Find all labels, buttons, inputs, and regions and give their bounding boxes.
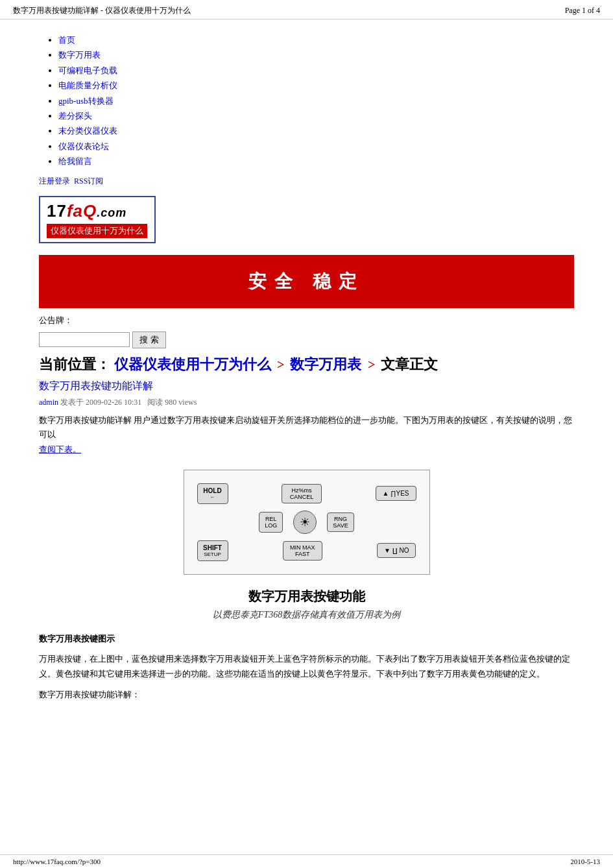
- breadcrumb-link-dmm[interactable]: 数字万用表: [290, 356, 361, 372]
- nav-item-dmm[interactable]: 数字万用表: [58, 47, 574, 62]
- banner-text: 安全 稳定: [248, 271, 365, 291]
- search-input[interactable]: [39, 332, 130, 347]
- section-label-2-text: 数字万用表按键功能详解：: [39, 690, 140, 699]
- nav-item-gpib[interactable]: gpib-usb转换器: [58, 93, 574, 108]
- nav-item-eload[interactable]: 可编程电子负载: [58, 63, 574, 78]
- meter-row-2: RELLOG ☀ RNGSAVE: [197, 511, 416, 534]
- nav-link-eload[interactable]: 可编程电子负载: [58, 66, 117, 75]
- intro-link[interactable]: 查阅下表。: [39, 444, 81, 454]
- rss-link[interactable]: RSS订阅: [74, 176, 103, 186]
- page-title: 数字万用表按键功能详解 - 仪器仪表使用十万为什么: [13, 5, 191, 16]
- nav-link-msg[interactable]: 给我留言: [58, 156, 92, 166]
- article-intro: 数字万用表按键功能详解 用户通过数字万用表按键来启动旋钮开关所选择功能档位的进一…: [39, 413, 574, 456]
- nav-item-pqa[interactable]: 电能质量分析仪: [58, 78, 574, 93]
- article-meta: admin 发表于 2009-02-26 10:31 阅读 980 views: [39, 397, 574, 408]
- no-button: ▼ ∐ NO: [377, 543, 416, 558]
- banner: 安全 稳定: [39, 255, 574, 308]
- minmax-button: MIN MAXFAST: [283, 541, 322, 561]
- search-button[interactable]: 搜 索: [132, 332, 166, 348]
- nav-item-msg[interactable]: 给我留言: [58, 154, 574, 169]
- meter-buttons-area: HOLD ← Hz%msCANCEL ▲ ∏YES RELLOG ☀ RNGSA…: [197, 483, 416, 561]
- nav-link-home[interactable]: 首页: [58, 35, 75, 45]
- nav-link-dmm[interactable]: 数字万用表: [58, 50, 101, 60]
- nav-list: 首页 数字万用表 可编程电子负载 电能质量分析仪 gpib-usb转换器 差分探…: [39, 32, 574, 169]
- article-date: 2009-02-26 10:31: [86, 398, 141, 407]
- hz-cancel-button: Hz%msCANCEL: [282, 484, 322, 503]
- login-link[interactable]: 注册登录: [39, 176, 70, 186]
- author-link[interactable]: admin: [39, 398, 58, 407]
- nav-link-misc[interactable]: 末分类仪器仪表: [58, 126, 117, 136]
- nav-link-pqa[interactable]: 电能质量分析仪: [58, 80, 117, 90]
- page-footer: http://www.17faq.com/?p=300 2010-5-13: [0, 854, 613, 868]
- meter-row-3: SHIFT SETUP MIN MAXFAST ▼ ∐ NO: [197, 540, 416, 561]
- center-group: Hz%msCANCEL: [282, 484, 322, 503]
- meter-image-subtitle: 以费思泰克FT368数据存储真有效值万用表为例: [39, 609, 574, 621]
- article-title-link[interactable]: 数字万用表按键功能详解: [39, 380, 574, 393]
- hold-button: HOLD ←: [197, 483, 228, 504]
- rel-log-button: RELLOG: [259, 512, 283, 533]
- content-area: 首页 数字万用表 可编程电子负载 电能质量分析仪 gpib-usb转换器 差分探…: [0, 19, 613, 733]
- meter-row-1: HOLD ← Hz%msCANCEL ▲ ∏YES: [197, 483, 416, 504]
- article-views: 阅读 980 views: [147, 398, 197, 407]
- logo-main: 17faQ.com: [47, 201, 148, 221]
- breadcrumb-current: 文章正文: [381, 356, 438, 372]
- nav-item-forum[interactable]: 仪器仪表论坛: [58, 139, 574, 154]
- section-text-1: 万用表按键，在上图中，蓝色按键用来选择数字万用表旋钮开关上蓝色字符所标示的功能。…: [39, 651, 574, 682]
- footer-date: 2010-5-13: [570, 858, 600, 865]
- search-bar: 搜 索: [39, 332, 574, 348]
- announcement-label: 公告牌：: [39, 315, 574, 326]
- page-number: Page 1 of 4: [565, 6, 600, 16]
- nav-item-home[interactable]: 首页: [58, 32, 574, 47]
- breadcrumb-prefix: 当前位置：: [39, 356, 110, 372]
- nav-link-probe[interactable]: 差分探头: [58, 111, 92, 121]
- auth-links: 注册登录 RSS订阅: [39, 176, 574, 187]
- sun-button: ☀: [293, 511, 317, 534]
- section-text-1-content: 万用表按键，在上图中，蓝色按键用来选择数字万用表旋钮开关上蓝色字符所标示的功能。…: [39, 654, 570, 679]
- breadcrumb: 当前位置： 仪器仪表使用十万为什么 > 数字万用表 > 文章正文: [39, 355, 574, 375]
- shift-button: SHIFT SETUP: [197, 540, 228, 561]
- nav-link-gpib[interactable]: gpib-usb转换器: [58, 96, 114, 106]
- logo-box: 17faQ.com 仪器仪表使用十万为什么: [39, 196, 156, 243]
- meta-date: 发表于: [60, 398, 86, 407]
- breadcrumb-arrow-1: >: [277, 357, 287, 372]
- breadcrumb-link-site[interactable]: 仪器仪表使用十万为什么: [114, 356, 271, 372]
- meter-image: HOLD ← Hz%msCANCEL ▲ ∏YES RELLOG ☀ RNGSA…: [184, 470, 430, 575]
- intro-text: 数字万用表按键功能详解 用户通过数字万用表按键来启动旋钮开关所选择功能档位的进一…: [39, 415, 572, 439]
- logo-sub: 仪器仪表使用十万为什么: [47, 224, 147, 238]
- meter-image-title: 数字万用表按键功能: [39, 588, 574, 605]
- section-label-2: 数字万用表按键功能详解：: [39, 687, 574, 702]
- rng-save-button: RNGSAVE: [327, 512, 354, 532]
- section-label-1-text: 数字万用表按键图示: [39, 634, 115, 644]
- page-header: 数字万用表按键功能详解 - 仪器仪表使用十万为什么 Page 1 of 4: [0, 0, 613, 19]
- nav-link-forum[interactable]: 仪器仪表论坛: [58, 141, 109, 151]
- section-label-1: 数字万用表按键图示: [39, 631, 574, 646]
- nav-item-misc[interactable]: 末分类仪器仪表: [58, 123, 574, 138]
- breadcrumb-arrow-2: >: [368, 357, 378, 372]
- nav-item-probe[interactable]: 差分探头: [58, 108, 574, 123]
- footer-url: http://www.17faq.com/?p=300: [13, 858, 101, 865]
- yes-button: ▲ ∏YES: [376, 486, 416, 501]
